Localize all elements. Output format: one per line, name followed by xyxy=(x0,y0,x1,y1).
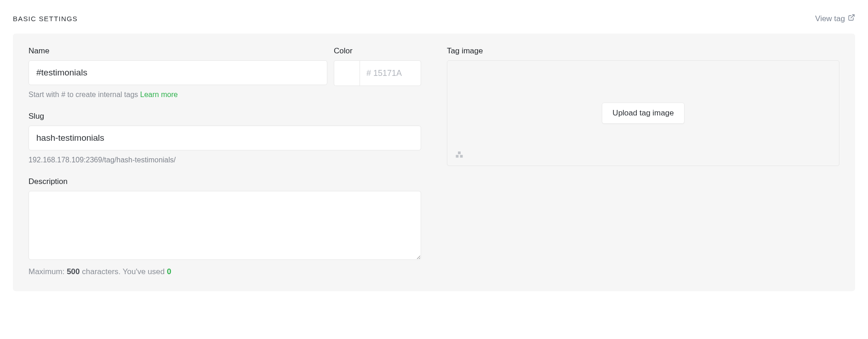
description-label: Description xyxy=(29,177,421,186)
char-hint-used: 0 xyxy=(167,267,171,276)
learn-more-link[interactable]: Learn more xyxy=(140,91,178,98)
upload-tag-image-button[interactable]: Upload tag image xyxy=(602,103,684,124)
tag-image-label: Tag image xyxy=(447,46,839,56)
color-field-block: Color xyxy=(334,46,421,86)
name-label: Name xyxy=(29,46,327,56)
name-hint: Start with # to create internal tags Lea… xyxy=(29,91,327,99)
char-hint-prefix: Maximum: xyxy=(29,267,67,276)
section-header: BASIC SETTINGS View tag xyxy=(13,14,855,23)
view-tag-label: View tag xyxy=(815,14,845,23)
name-hint-text: Start with # to create internal tags xyxy=(29,91,140,98)
tag-image-dropzone[interactable]: Upload tag image xyxy=(447,60,839,166)
description-textarea[interactable] xyxy=(29,191,421,260)
color-swatch[interactable] xyxy=(334,60,360,86)
view-tag-link[interactable]: View tag xyxy=(815,14,855,23)
color-label: Color xyxy=(334,46,421,56)
basic-settings-section: BASIC SETTINGS View tag Name Start with … xyxy=(0,0,868,310)
name-field-block: Name Start with # to create internal tag… xyxy=(29,46,327,99)
name-color-row: Name Start with # to create internal tag… xyxy=(29,46,421,99)
slug-field-block: Slug 192.168.178.109:2369/tag/hash-testi… xyxy=(29,112,421,164)
color-input[interactable] xyxy=(360,60,421,86)
description-field-block: Description Maximum: 500 characters. You… xyxy=(29,177,421,276)
name-input[interactable] xyxy=(29,60,327,85)
svg-rect-2 xyxy=(460,155,463,158)
char-hint-max: 500 xyxy=(67,267,80,276)
section-title: BASIC SETTINGS xyxy=(13,15,78,23)
right-column: Tag image Upload tag image xyxy=(447,46,839,276)
left-column: Name Start with # to create internal tag… xyxy=(29,46,421,276)
svg-rect-1 xyxy=(456,155,459,158)
slug-input[interactable] xyxy=(29,126,421,150)
color-input-group xyxy=(334,60,421,86)
settings-panel: Name Start with # to create internal tag… xyxy=(13,34,855,291)
svg-line-0 xyxy=(851,15,854,18)
slug-label: Slug xyxy=(29,112,421,121)
description-char-hint: Maximum: 500 characters. You've used 0 xyxy=(29,267,421,276)
char-hint-suffix: characters. You've used xyxy=(80,267,167,276)
svg-rect-3 xyxy=(458,151,461,154)
external-link-icon xyxy=(848,14,855,23)
slug-url-hint: 192.168.178.109:2369/tag/hash-testimonia… xyxy=(29,156,421,164)
image-placeholder-icon xyxy=(455,150,464,159)
